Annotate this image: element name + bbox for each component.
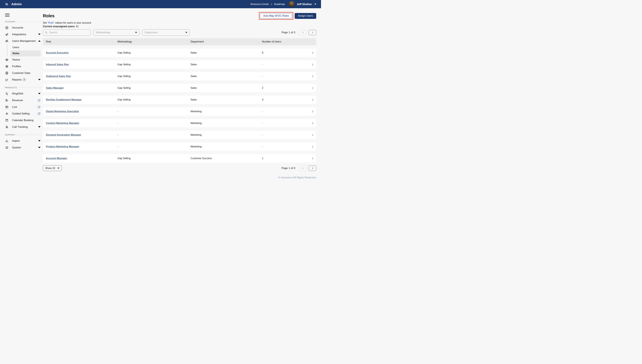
sidebar-item-label: Import <box>12 139 20 142</box>
roadmap-link[interactable]: Roadmap <box>274 3 285 6</box>
show-per-page-select[interactable]: Show 10 <box>43 165 62 171</box>
sidebar-item-live[interactable]: Live <box>5 104 43 110</box>
page-title: Roles <box>43 14 55 18</box>
department-cell: Marketing <box>190 122 262 124</box>
column-header-number-of-users: Number of Users <box>262 40 309 43</box>
row-chevron-right-icon[interactable] <box>309 87 316 90</box>
next-page-button[interactable] <box>309 30 316 35</box>
database-icon <box>5 71 9 75</box>
sidebar-item-guided-selling[interactable]: Guided Selling <box>5 110 43 117</box>
table-row[interactable]: Inbound Sales Rep Gap Selling Sales - <box>43 60 316 69</box>
role-link[interactable]: Product Marketing Manager <box>46 145 79 148</box>
pagination-top: Page 1 of 3 <box>282 30 316 35</box>
sidebar-item-users-management[interactable]: Users Management <box>5 38 43 44</box>
user-name[interactable]: Jeff Shelton <box>297 3 312 6</box>
row-chevron-right-icon[interactable] <box>309 146 316 148</box>
department-cell: Sales <box>190 51 262 54</box>
table-row[interactable]: Account Executive Gap Selling Sales 6 <box>43 49 316 57</box>
role-link[interactable]: Account Executive <box>46 51 69 54</box>
table-row[interactable]: Demand Generation Manager - Marketing - <box>43 131 316 139</box>
role-help-link[interactable]: Role <box>48 22 54 24</box>
row-chevron-right-icon[interactable] <box>309 134 316 136</box>
chevron-down-icon[interactable] <box>38 79 41 80</box>
brand[interactable]: Admin <box>6 2 22 6</box>
department-cell: Sales <box>190 86 262 90</box>
sidebar-item-integrations[interactable]: Integrations <box>5 31 43 38</box>
row-chevron-right-icon[interactable] <box>309 110 316 113</box>
role-link[interactable]: RevOps Enablement Manager <box>46 98 82 101</box>
row-chevron-right-icon[interactable] <box>309 122 316 124</box>
sidebar-item-call-tracking[interactable]: Call Tracking <box>5 124 43 130</box>
help-icon[interactable]: ? <box>23 78 26 81</box>
external-link-icon[interactable] <box>38 106 41 108</box>
integrations-icon <box>5 33 9 36</box>
table-row[interactable]: Outbound Sales Rep Gap Selling Sales - <box>43 72 316 80</box>
sidebar-item-ringdna[interactable]: RingDNA <box>5 90 43 97</box>
methodology-select[interactable]: Methodology <box>94 29 140 36</box>
sidebar-item-customer-data[interactable]: Customer Data <box>5 70 43 76</box>
row-chevron-right-icon[interactable] <box>309 52 316 54</box>
role-link[interactable]: Account Manager <box>46 157 67 160</box>
role-link[interactable]: Content Marketing Manager <box>46 122 79 124</box>
sidebar-item-label: Users Management <box>12 40 36 43</box>
table-row[interactable]: Content Marketing Manager - Marketing - <box>43 119 316 127</box>
table-row[interactable]: Account Manager Gap Selling Customer Suc… <box>43 154 316 162</box>
table-row[interactable]: Digital Marketing Specialist - Marketing… <box>43 107 316 116</box>
users-cell: 6 <box>262 51 309 54</box>
role-link[interactable]: Inbound Sales Rep <box>46 63 69 66</box>
row-chevron-right-icon[interactable] <box>309 63 316 66</box>
table-row[interactable]: RevOps Enablement Manager Gap Selling Sa… <box>43 96 316 104</box>
search-input[interactable] <box>49 31 89 34</box>
previous-page-button[interactable] <box>299 166 307 171</box>
chevron-down-icon[interactable] <box>38 147 41 148</box>
role-link[interactable]: Outbound Sales Rep <box>46 75 71 78</box>
users-cell: 2 <box>262 86 309 90</box>
chevron-down-icon[interactable] <box>38 140 41 142</box>
chevron-down-icon <box>185 32 187 33</box>
chevron-down-icon[interactable] <box>38 126 41 128</box>
next-page-button[interactable] <box>309 166 316 171</box>
chevron-down-icon[interactable] <box>38 93 41 94</box>
calendar-icon <box>5 118 9 122</box>
top-navbar: Admin Resource Center | Roadmap Jeff She… <box>0 0 321 8</box>
row-chevron-right-icon[interactable] <box>309 157 316 160</box>
table-row[interactable]: Product Marketing Manager - Marketing - <box>43 142 316 151</box>
sidebar-item-import[interactable]: Import <box>5 138 43 144</box>
sidebar-item-calendar-booking[interactable]: Calendar Booking <box>5 117 43 124</box>
users-cell: - <box>262 134 309 136</box>
sidebar-subitem-roles[interactable]: Roles <box>11 50 41 56</box>
role-link[interactable]: Digital Marketing Specialist <box>46 110 79 113</box>
sidebar-item-system[interactable]: System <box>5 144 43 151</box>
sidebar-item-label: Live <box>12 106 17 108</box>
sidebar-item-teams[interactable]: Teams <box>5 56 43 63</box>
sidebar-item-label: Call Tracking <box>12 126 28 128</box>
resource-center-link[interactable]: Resource Center <box>250 3 269 6</box>
auto-map-sfdc-roles-button[interactable]: Auto Map SFDC Roles <box>260 13 292 18</box>
sidebar-item-reports[interactable]: Reports ? <box>5 76 43 83</box>
sidebar-item-label: Accounts <box>12 26 23 29</box>
table-row[interactable]: Sales Manager Gap Selling Sales 2 <box>43 84 316 92</box>
external-link-icon[interactable] <box>38 112 41 115</box>
move-arrows-icon <box>5 112 9 116</box>
sidebar-item-revenue[interactable]: Revenue <box>5 97 43 104</box>
row-chevron-right-icon[interactable] <box>309 75 316 78</box>
sidebar-item-profiles[interactable]: Profiles <box>5 63 43 70</box>
user-avatar[interactable] <box>289 1 295 7</box>
row-chevron-right-icon[interactable] <box>309 98 316 101</box>
chevron-up-icon[interactable] <box>38 40 41 42</box>
user-menu-caret-icon[interactable] <box>314 4 316 5</box>
previous-page-button[interactable] <box>299 30 307 35</box>
menu-icon[interactable] <box>5 14 10 16</box>
role-link[interactable]: Demand Generation Manager <box>46 134 81 136</box>
app-title: Admin <box>11 2 22 6</box>
sidebar-subitem-users[interactable]: Users <box>11 44 41 50</box>
chevron-right-icon <box>311 167 314 170</box>
department-select[interactable]: Department <box>142 29 190 36</box>
role-link[interactable]: Sales Manager <box>46 86 64 90</box>
assign-users-button[interactable]: Assign Users <box>295 13 316 19</box>
external-link-icon[interactable] <box>38 99 41 102</box>
sidebar-item-label: Reports <box>12 78 22 81</box>
methodology-select-placeholder: Methodology <box>96 31 135 34</box>
chevron-down-icon[interactable] <box>38 34 41 35</box>
sidebar-item-accounts[interactable]: Accounts <box>5 24 43 31</box>
